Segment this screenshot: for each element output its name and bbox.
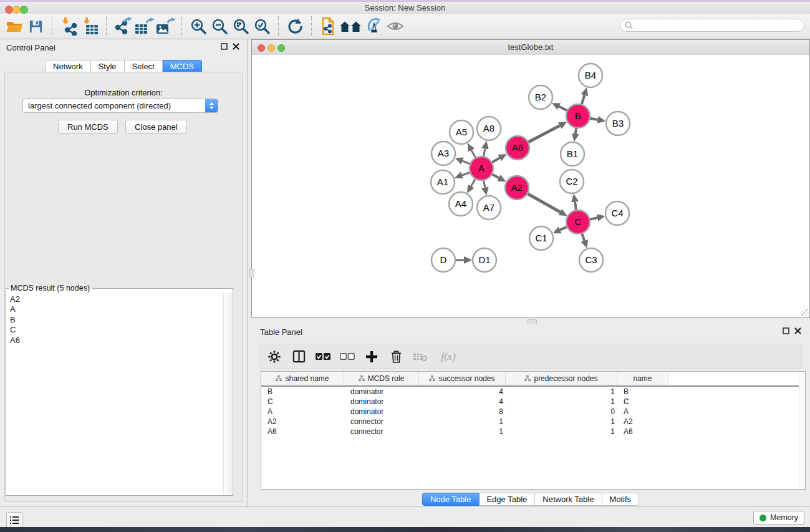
table-row[interactable]: Adominator80A [261,407,805,417]
tab-style[interactable]: Style [91,60,125,73]
tab-edge-table[interactable]: Edge Table [479,493,535,506]
show-task-history-button[interactable] [6,512,22,528]
zoom-out-button[interactable] [209,16,230,37]
network-canvas[interactable]: B4B2BB3A8A5A6A3B1AA1C2A2A4A7C4CC1C3DD1 [252,55,809,317]
export-image-button[interactable] [155,16,176,37]
create-column-button[interactable] [364,349,380,365]
delete-table-button[interactable] [412,349,428,365]
export-network-button[interactable] [112,16,133,37]
mcds-result-item[interactable]: B [6,314,224,325]
window-resize-handle[interactable] [801,309,809,317]
splitter-grip-vertical[interactable] [249,269,254,278]
floppy-disk-icon [28,19,44,34]
search-field[interactable] [620,19,804,32]
show-graphics-details-button[interactable] [385,16,406,37]
memory-button[interactable]: Memory [753,511,804,525]
column-header[interactable]: successor nodes [419,372,506,385]
open-session-button[interactable] [4,16,25,37]
table-cell: C [261,397,344,406]
import-table-button[interactable] [79,16,100,37]
export-table-button[interactable] [133,16,155,37]
hide-graphics-details-button[interactable] [364,16,385,37]
table-row[interactable]: Cdominator41C [261,397,805,407]
graph-node-label: C1 [535,233,547,243]
table-settings-button[interactable] [266,349,282,365]
float-panel-icon[interactable] [221,43,228,50]
mcds-result-item[interactable]: A6 [6,335,224,346]
node-table-body: Bdominator41BCdominator41CAdominator80AA… [261,387,805,437]
graph-node-label: C2 [566,176,577,186]
mcds-result-item[interactable]: C [6,325,224,336]
zoom-in-button[interactable] [188,16,209,37]
close-panel-button[interactable]: Close panel [125,120,187,134]
table-row[interactable]: Bdominator41B [261,387,805,397]
close-table-panel-icon[interactable] [794,327,801,334]
apply-layout-button[interactable] [284,16,306,37]
graph-node-label: D [440,254,447,265]
tab-motifs[interactable]: Motifs [602,493,639,506]
mcds-result-item[interactable]: A2 [6,294,224,304]
import-network-icon [59,17,78,36]
graph-node-label: B4 [585,70,596,80]
graph-node-label: B1 [567,148,578,159]
mcds-result-scrollbar[interactable] [223,293,232,495]
table-scrollbar[interactable] [799,372,805,489]
tab-mcds[interactable]: MCDS [163,60,202,73]
zoom-fit-button[interactable] [230,16,251,37]
column-header[interactable]: name [617,372,668,385]
toolbar-separator [106,16,107,36]
table-row[interactable]: A6connector11A6 [261,427,805,437]
table-cell: A6 [261,427,344,436]
criterion-select[interactable]: largest connected component (directed) [22,99,218,113]
memory-status-icon [759,515,766,521]
table-cell: 1 [419,427,506,436]
show-column-button[interactable] [291,349,307,365]
close-panel-icon[interactable] [233,43,239,50]
function-builder-button[interactable]: f(x) [436,349,460,365]
toolbar-separator [278,16,279,36]
table-cell: 1 [506,427,617,436]
import-network-button[interactable] [58,16,79,37]
table-cell: dominator [344,387,419,396]
run-mcds-button[interactable]: Run MCDS [58,120,118,134]
graph-node-label: A7 [483,202,494,213]
tab-network[interactable]: Network [45,60,91,73]
plus-icon [365,351,378,363]
table-cell: A2 [617,417,668,426]
zoom-selected-icon [254,18,271,35]
tab-select[interactable]: Select [125,60,163,73]
zoom-selected-button[interactable] [251,16,272,37]
search-input[interactable] [633,21,785,31]
unselect-all-columns-button[interactable] [339,349,355,365]
column-header[interactable]: shared name [261,372,344,385]
float-table-panel-icon[interactable] [783,327,789,334]
table-row[interactable]: A2connector11A2 [261,417,805,427]
node-table-header: shared nameMCDS rolesuccessor nodesprede… [261,372,805,387]
column-header[interactable]: MCDS role [344,372,419,385]
graph-node-label: A1 [437,177,448,187]
mcds-result-item[interactable]: A [6,304,224,315]
graph-node-label: C3 [585,254,597,265]
new-network-from-selection-button[interactable] [317,16,339,37]
first-neighbors-button[interactable] [339,16,364,37]
table-cell: B [617,387,668,396]
toolbar-separator [52,16,52,36]
pen-slash-icon [365,17,383,35]
column-header[interactable]: predecessor nodes [506,372,617,385]
table-cell: 0 [506,407,617,416]
list-icon [9,516,19,525]
delete-table-icon [413,352,428,362]
select-all-columns-button[interactable] [315,349,331,365]
fx-icon: f(x) [441,351,456,363]
mcds-result-title: MCDS result (5 nodes) [9,284,92,293]
window-titlebar: Session: New Session [0,2,810,14]
delete-column-button[interactable] [388,349,404,365]
tab-network-table[interactable]: Network Table [535,493,602,506]
splitter-horizontal[interactable] [251,318,810,324]
table-toolbar: f(x) [259,344,802,369]
save-session-button[interactable] [25,16,46,37]
optimization-criterion-label: Optimization criterion: [0,88,247,97]
gear-icon [268,350,281,364]
tab-node-table[interactable]: Node Table [422,493,480,506]
table-cell: A [261,407,344,416]
